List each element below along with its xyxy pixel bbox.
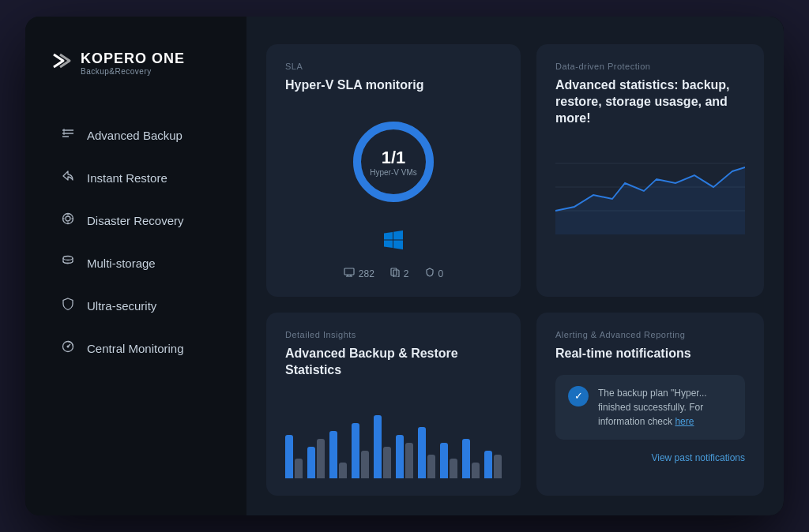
bar-gray-10 — [494, 455, 502, 478]
bar-blue-9 — [462, 439, 470, 478]
notification-check-icon: ✓ — [568, 386, 589, 406]
svg-line-14 — [68, 344, 70, 347]
sidebar-item-label-instant-restore: Instant Restore — [87, 171, 167, 185]
sla-card: SLA Hyper-V SLA monitorig 1/1 Hyper-V VM… — [266, 44, 521, 297]
line-chart-area — [555, 140, 745, 279]
central-monitoring-icon — [60, 339, 76, 357]
logo-text: KOPERO ONE Backup&Recovery — [81, 51, 185, 76]
notification-text: The backup plan "Hyper... finished succe… — [598, 386, 732, 429]
bar-chart-area — [285, 392, 502, 478]
bar-group-5 — [374, 415, 391, 478]
sla-stat-shields: 0 — [425, 268, 444, 279]
bar-blue-3 — [329, 431, 337, 478]
gauge-value: 1/1 — [370, 148, 416, 168]
logo-icon — [49, 48, 74, 77]
sla-stat-shields-value: 0 — [438, 268, 444, 279]
disaster-recovery-icon — [60, 212, 76, 229]
view-past-notifications[interactable]: View past notifications — [555, 449, 745, 463]
sidebar-item-label-disaster-recovery: Disaster Recovery — [87, 214, 184, 227]
notification-link[interactable]: here — [675, 416, 694, 427]
sidebar-item-disaster-recovery[interactable]: Disaster Recovery — [49, 202, 231, 238]
bar-group-8 — [440, 443, 457, 478]
sidebar-item-label-advanced-backup: Advanced Backup — [87, 129, 182, 142]
windows-icon — [383, 230, 404, 255]
svg-point-11 — [63, 257, 73, 260]
sla-card-title: Hyper-V SLA monitorig — [285, 77, 502, 94]
bar-blue-6 — [396, 435, 404, 478]
bar-group-9 — [462, 439, 480, 478]
gauge-container: 1/1 Hyper-V VMs — [346, 114, 441, 209]
shield-stat-icon — [425, 268, 435, 279]
sidebar-item-label-ultra-security: Ultra-security — [87, 299, 156, 313]
bar-group-1 — [285, 435, 303, 478]
sidebar-item-advanced-backup[interactable]: Advanced Backup — [49, 117, 231, 153]
notification-item: ✓ The backup plan "Hyper... finished suc… — [555, 375, 745, 440]
bar-blue-2 — [307, 447, 315, 478]
datadriven-card: Data-driven Protection Advanced statisti… — [536, 44, 764, 297]
stats-card-title: Advanced Backup & Restore Statistics — [285, 346, 502, 379]
bar-blue-4 — [352, 423, 359, 478]
bar-group-6 — [396, 435, 413, 478]
logo-title: KOPERO ONE — [81, 51, 185, 67]
bar-blue-1 — [285, 435, 293, 478]
bar-group-4 — [352, 423, 369, 478]
gauge-center: 1/1 Hyper-V VMs — [370, 148, 416, 177]
nav-items: Advanced Backup Instant Restore — [49, 117, 231, 366]
notif-card-title: Real-time notifications — [555, 346, 745, 362]
bar-group-2 — [307, 439, 325, 478]
sla-stat-desktops-value: 282 — [359, 268, 374, 279]
bar-blue-5 — [374, 415, 382, 478]
stats-card-tag: Detailed Insights — [285, 330, 502, 339]
bar-gray-4 — [361, 451, 369, 478]
multi-storage-icon — [60, 254, 76, 272]
sla-stat-files-value: 2 — [404, 268, 409, 279]
svg-marker-26 — [555, 167, 745, 234]
sla-card-tag: SLA — [285, 62, 502, 71]
bar-gray-8 — [450, 459, 457, 478]
sidebar-item-ultra-security[interactable]: Ultra-security — [49, 287, 231, 324]
ultra-security-icon — [60, 297, 76, 314]
bar-group-3 — [329, 431, 347, 478]
sla-stat-files: 2 — [390, 268, 409, 279]
notif-card: Alerting & Advanced Reporting Real-time … — [536, 313, 764, 496]
bar-group-7 — [418, 427, 435, 478]
main-content: SLA Hyper-V SLA monitorig 1/1 Hyper-V VM… — [246, 17, 784, 515]
desktop-icon — [344, 268, 355, 279]
svg-rect-17 — [344, 268, 354, 275]
sidebar-item-label-multi-storage: Multi-storage — [87, 257, 156, 270]
bar-group-10 — [484, 451, 502, 478]
sidebar-item-label-central-monitoring: Central Monitoring — [87, 342, 184, 355]
logo-subtitle: Backup&Recovery — [81, 67, 185, 76]
advanced-backup-icon — [60, 126, 76, 144]
svg-point-6 — [66, 216, 70, 221]
bar-blue-10 — [484, 451, 492, 478]
sidebar-item-multi-storage[interactable]: Multi-storage — [49, 245, 231, 281]
bar-gray-7 — [427, 455, 435, 478]
sla-stats: 282 2 — [344, 268, 443, 279]
line-chart-svg — [555, 140, 745, 234]
bar-gray-1 — [295, 459, 303, 478]
datadriven-card-tag: Data-driven Protection — [555, 62, 745, 71]
sidebar-item-central-monitoring[interactable]: Central Monitoring — [49, 330, 231, 366]
bar-blue-8 — [440, 443, 448, 478]
stats-card: Detailed Insights Advanced Backup & Rest… — [266, 313, 521, 496]
sla-gauge-area: 1/1 Hyper-V VMs — [285, 107, 502, 279]
sla-stat-desktops: 282 — [344, 268, 374, 279]
files-icon — [390, 268, 400, 279]
bar-gray-6 — [405, 443, 413, 478]
sidebar-item-instant-restore[interactable]: Instant Restore — [49, 159, 231, 196]
bar-gray-9 — [472, 463, 480, 478]
sidebar: KOPERO ONE Backup&Recovery Advanced Back… — [25, 17, 246, 515]
bar-gray-5 — [383, 447, 391, 478]
screen-wrapper: KOPERO ONE Backup&Recovery Advanced Back… — [25, 17, 784, 515]
gauge-label: Hyper-V VMs — [370, 168, 416, 177]
bar-gray-3 — [339, 463, 347, 478]
bar-gray-2 — [317, 439, 325, 478]
logo-area: KOPERO ONE Backup&Recovery — [49, 48, 231, 77]
notif-card-tag: Alerting & Advanced Reporting — [555, 330, 745, 339]
instant-restore-icon — [60, 169, 76, 186]
bar-blue-7 — [418, 427, 426, 478]
datadriven-card-title: Advanced statistics: backup, restore, st… — [555, 77, 745, 126]
